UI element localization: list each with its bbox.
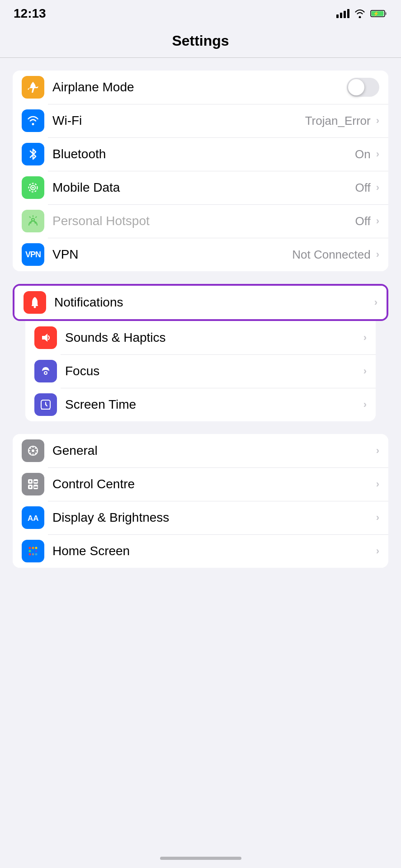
- vpn-icon-wrap: VPN: [22, 243, 44, 266]
- battery-icon: ⚡: [370, 9, 387, 18]
- svg-point-41: [29, 550, 31, 552]
- control-centre-row[interactable]: Control Centre ›: [13, 467, 388, 501]
- home-screen-label: Home Screen: [52, 544, 374, 558]
- airplane-mode-row[interactable]: Airplane Mode: [13, 71, 388, 104]
- airplane-mode-label: Airplane Mode: [52, 80, 347, 94]
- control-centre-icon-wrap: [22, 473, 44, 495]
- svg-point-16: [45, 372, 47, 374]
- svg-point-44: [29, 553, 31, 556]
- general-label: General: [52, 443, 374, 458]
- vpn-icon: VPN: [25, 250, 41, 259]
- wifi-label: Wi-Fi: [52, 113, 305, 128]
- notifications-icon: [29, 296, 41, 309]
- sounds-haptics-chevron: ›: [363, 332, 367, 344]
- wifi-row[interactable]: Wi-Fi Trojan_Error ›: [13, 104, 388, 137]
- screen-time-row[interactable]: Screen Time ›: [25, 388, 376, 421]
- general-row[interactable]: General ›: [13, 434, 388, 467]
- wifi-status-icon: [354, 9, 366, 18]
- display-brightness-chevron: ›: [376, 512, 379, 524]
- mobile-data-icon-wrap: [22, 176, 44, 199]
- sounds-haptics-label: Sounds & Haptics: [65, 330, 362, 345]
- svg-point-12: [34, 306, 36, 308]
- display-brightness-row[interactable]: AA Display & Brightness ›: [13, 501, 388, 534]
- svg-line-27: [35, 448, 36, 448]
- svg-point-46: [35, 553, 38, 556]
- bluetooth-label: Bluetooth: [52, 147, 355, 161]
- bluetooth-icon: [28, 148, 38, 160]
- sounds-icon: [40, 332, 52, 344]
- svg-point-20: [32, 449, 34, 452]
- home-screen-icon-wrap: [22, 540, 44, 562]
- screen-time-icon: [40, 398, 52, 411]
- general-chevron: ›: [376, 445, 379, 457]
- notifications-chevron: ›: [374, 297, 377, 308]
- svg-point-34: [29, 486, 31, 488]
- svg-point-38: [29, 547, 31, 549]
- sounds-icon-wrap: [34, 326, 57, 349]
- mobile-data-icon: [27, 181, 39, 194]
- bluetooth-value: On: [355, 147, 371, 161]
- page-title: Settings: [0, 24, 401, 57]
- bluetooth-chevron: ›: [376, 148, 379, 160]
- wifi-icon: [27, 116, 39, 126]
- airplane-icon: [27, 81, 39, 94]
- svg-text:AA: AA: [28, 514, 39, 523]
- svg-line-28: [30, 453, 31, 454]
- hotspot-icon-wrap: [22, 210, 44, 232]
- svg-rect-35: [34, 481, 38, 482]
- sounds-haptics-row[interactable]: Sounds & Haptics ›: [25, 321, 376, 354]
- svg-rect-13: [32, 305, 38, 306]
- vpn-chevron: ›: [376, 249, 379, 260]
- display-icon-wrap: AA: [22, 506, 44, 529]
- general-icon: [27, 444, 39, 457]
- home-screen-icon: [27, 545, 39, 557]
- focus-icon: [40, 365, 52, 377]
- vpn-value: Not Connected: [292, 248, 370, 262]
- personal-hotspot-row[interactable]: Personal Hotspot Off ›: [13, 204, 388, 238]
- focus-row[interactable]: Focus ›: [25, 354, 376, 388]
- general-icon-wrap: [22, 439, 44, 462]
- notifications-wrapper: Notifications ›: [13, 284, 388, 321]
- svg-point-33: [29, 481, 31, 482]
- notifications-row[interactable]: Notifications ›: [14, 286, 387, 319]
- mobile-data-value: Off: [355, 181, 370, 195]
- svg-line-10: [36, 217, 37, 218]
- mobile-data-label: Mobile Data: [52, 180, 355, 195]
- home-indicator: [160, 857, 241, 860]
- vpn-label: VPN: [52, 247, 292, 262]
- airplane-icon-wrap: [22, 76, 44, 99]
- vpn-row[interactable]: VPN VPN Not Connected ›: [13, 238, 388, 271]
- notifications-label: Notifications: [54, 295, 373, 310]
- personal-hotspot-value: Off: [355, 214, 370, 228]
- system-section: Sounds & Haptics › Focus ›: [25, 321, 376, 421]
- bluetooth-row[interactable]: Bluetooth On ›: [13, 137, 388, 171]
- airplane-mode-toggle[interactable]: [347, 78, 379, 97]
- svg-point-39: [32, 547, 34, 549]
- signal-icon: [336, 9, 349, 18]
- svg-marker-14: [42, 334, 47, 342]
- mobile-data-chevron: ›: [376, 182, 379, 193]
- notifications-section: Notifications › Sounds & Haptics ›: [13, 284, 388, 421]
- wifi-chevron: ›: [376, 115, 379, 127]
- settings-section: General › Control Centre › AA: [13, 434, 388, 568]
- status-bar: 12:13 ⚡: [0, 0, 401, 24]
- personal-hotspot-label: Personal Hotspot: [52, 214, 355, 228]
- screen-time-chevron: ›: [363, 399, 367, 410]
- control-centre-label: Control Centre: [52, 477, 374, 491]
- wifi-value: Trojan_Error: [305, 114, 371, 128]
- control-centre-icon: [27, 478, 39, 491]
- display-brightness-label: Display & Brightness: [52, 510, 374, 525]
- focus-label: Focus: [65, 364, 362, 378]
- screen-time-label: Screen Time: [65, 397, 362, 412]
- status-icons: ⚡: [336, 9, 387, 18]
- display-icon: AA: [27, 511, 39, 524]
- svg-point-45: [32, 553, 34, 556]
- home-screen-row[interactable]: Home Screen ›: [13, 534, 388, 568]
- focus-chevron: ›: [363, 365, 367, 377]
- svg-text:⚡: ⚡: [373, 10, 379, 17]
- focus-icon-wrap: [34, 360, 57, 382]
- screen-time-icon-wrap: [34, 393, 57, 416]
- mobile-data-row[interactable]: Mobile Data Off ›: [13, 171, 388, 204]
- svg-point-40: [35, 547, 38, 549]
- svg-point-42: [32, 550, 34, 552]
